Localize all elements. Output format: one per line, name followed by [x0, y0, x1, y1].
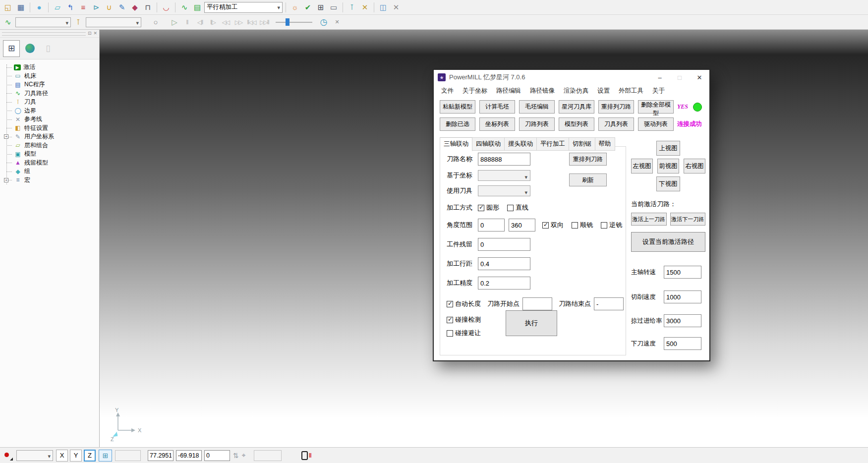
search-back-icon[interactable]: ◁◁ [220, 16, 231, 28]
menu-render-sim[interactable]: 渲染仿真 [559, 87, 593, 95]
go-end-icon[interactable]: ▷▷‖ [258, 16, 270, 28]
menu-path-mirror[interactable]: 路径镜像 [525, 87, 559, 95]
tab-3axis[interactable]: 三轴联动 [440, 137, 472, 151]
checkbox-bidirectional[interactable]: 双向 [542, 221, 564, 230]
view-left-button[interactable]: 左视图 [631, 159, 653, 174]
model-list-button[interactable]: 模型列表 [559, 117, 594, 131]
menu-about[interactable]: 关于 [648, 87, 669, 95]
ruler-icon[interactable]: ▭ [328, 1, 340, 13]
tab-help[interactable]: 帮助 [595, 137, 615, 151]
angle-to-input[interactable] [509, 219, 535, 232]
delete-selected-button[interactable]: 删除已选 [440, 117, 475, 131]
lamp-icon[interactable]: ○ [150, 16, 162, 28]
delete-all-models-button[interactable]: 删除全部模型 [638, 100, 674, 114]
coord-base-combo[interactable] [478, 170, 530, 181]
tree-item-levels-sets[interactable]: ▱ 层和组合 [0, 141, 99, 150]
record-icon[interactable] [2, 450, 13, 461]
end-point-input[interactable] [594, 297, 624, 310]
go-start-icon[interactable]: ‖◁◁ [245, 16, 257, 28]
tool-used-combo[interactable] [478, 185, 530, 196]
tree-item-machine-tool[interactable]: ▭ 机床 [0, 72, 99, 81]
slider-handle[interactable] [286, 18, 289, 26]
maximize-button[interactable]: □ [670, 70, 690, 85]
view-bottom-button[interactable]: 下视图 [656, 176, 680, 191]
shaded-sphere-icon[interactable]: ● [33, 1, 45, 13]
checkbox-conventional-mill[interactable]: 逆铣 [601, 221, 622, 230]
tree-item-tools[interactable]: ⊺ 刀具 [0, 98, 99, 107]
cutting-speed-input[interactable] [664, 290, 701, 303]
step-forward-icon[interactable]: ‖▷ [207, 16, 219, 28]
pattern-icon[interactable]: ◆ [129, 1, 141, 13]
close-panel-icon[interactable]: ✕ [93, 31, 97, 36]
toolpath-list-icon[interactable]: ▤ [191, 1, 203, 13]
panel-header[interactable]: ⊡ ✕ [0, 30, 99, 38]
expand-icon[interactable]: + [4, 134, 8, 139]
search-forward-icon[interactable]: ▷▷ [232, 16, 244, 28]
coord-z-field[interactable] [204, 450, 230, 461]
auto-length-checkbox[interactable]: 自动长度 [447, 299, 481, 308]
start-point-icon[interactable]: ⊳ [90, 1, 102, 13]
tree-item-boundaries[interactable]: ◯ 边界 [0, 107, 99, 116]
stock-remain-input[interactable] [478, 238, 530, 251]
sim-close-icon[interactable]: ✕ [331, 16, 343, 28]
tolerance-input[interactable] [478, 277, 530, 289]
status-combo[interactable] [16, 450, 53, 461]
tree-item-toolpaths[interactable]: ∿ 刀具路径 [0, 89, 99, 98]
activate-next-toolpath-button[interactable]: 激活下一刀路 [670, 213, 706, 226]
save-icon[interactable]: ▦ [15, 1, 27, 13]
tab-parallel[interactable]: 平行加工 [537, 137, 569, 151]
status-y-button[interactable]: Y [70, 450, 82, 462]
toolpath-list-button[interactable]: 刀路列表 [519, 117, 555, 131]
menu-settings[interactable]: 设置 [593, 87, 614, 95]
tree-item-patterns[interactable]: ✕ 参考线 [0, 115, 99, 124]
view-front-button[interactable]: 前视图 [657, 159, 679, 174]
coord-y-field[interactable] [176, 450, 202, 461]
tree-item-models[interactable]: ▣ 模型 [0, 150, 99, 159]
menu-path-edit[interactable]: 路径编辑 [492, 87, 525, 95]
cylinder-models-icon[interactable]: ◫ [377, 1, 389, 13]
checkbox-climb-mill[interactable]: 顺铣 [572, 221, 593, 230]
block-edit-button[interactable]: 毛坯编辑 [519, 100, 555, 114]
set-active-path-button[interactable]: 设置当前激活路径 [631, 232, 705, 252]
drag-grip[interactable] [2, 32, 86, 36]
explorer-globe-tab[interactable] [21, 40, 38, 57]
calc-block-button[interactable]: 计算毛坯 [479, 100, 515, 114]
status-z-button[interactable]: Z [84, 450, 96, 462]
drive-list-button[interactable]: 驱动列表 [638, 117, 674, 131]
menu-about-coords[interactable]: 关于坐标 [458, 87, 492, 95]
checkbox-circular[interactable]: 圆形 [478, 203, 499, 212]
calculator-icon[interactable]: ⊞ [315, 1, 327, 13]
execute-button[interactable]: 执行 [506, 310, 557, 336]
tree-item-macros[interactable]: + ≡ 宏 [0, 176, 99, 185]
menu-external-tools[interactable]: 外部工具 [614, 87, 648, 95]
feed-rate-icon[interactable]: ≡ [77, 1, 89, 13]
tree-item-nc-programs[interactable]: ▤ NC程序 [0, 80, 99, 89]
pause-device-icon[interactable] [301, 451, 308, 460]
plunge-speed-input[interactable] [664, 337, 701, 350]
tool-swap-icon[interactable]: ✕ [359, 1, 371, 13]
angle-from-input[interactable] [478, 219, 505, 232]
sim-speed-slider[interactable] [276, 17, 312, 27]
stepover-input[interactable] [478, 257, 530, 270]
minimize-button[interactable]: – [650, 70, 670, 85]
leads-links-icon[interactable]: ∪ [103, 1, 115, 13]
sim-toolpath-combo[interactable] [15, 17, 71, 27]
checkbox-linear[interactable]: 直线 [507, 203, 528, 212]
sim-clock-icon[interactable]: ◷ [318, 16, 330, 28]
float-panel-icon[interactable]: ⊡ [88, 31, 92, 36]
explorer-tree-tab[interactable]: ⊞ [3, 40, 20, 57]
toolbar-close-icon[interactable]: ✕ [390, 1, 402, 13]
coord-x-field[interactable] [148, 450, 174, 461]
block-icon[interactable]: ▱ [52, 1, 63, 13]
tool-library-button[interactable]: 星河刀具库 [559, 100, 594, 114]
tool-list-button[interactable]: 刀具列表 [598, 117, 634, 131]
grid-toggle-button[interactable] [99, 450, 112, 462]
spindle-speed-input[interactable] [664, 266, 701, 279]
open-file-icon[interactable]: ◱ [2, 1, 14, 13]
reorder-button[interactable]: 重排列刀路 [569, 153, 607, 166]
close-button[interactable]: ✕ [690, 70, 709, 85]
tree-item-stock-models[interactable]: ▲ 残留模型 [0, 159, 99, 168]
activate-prev-toolpath-button[interactable]: 激活上一刀路 [631, 213, 667, 226]
tree-item-feature-sets[interactable]: ◧ 特征设置 [0, 124, 99, 133]
burn-calc-icon[interactable]: ☼ [289, 1, 301, 13]
